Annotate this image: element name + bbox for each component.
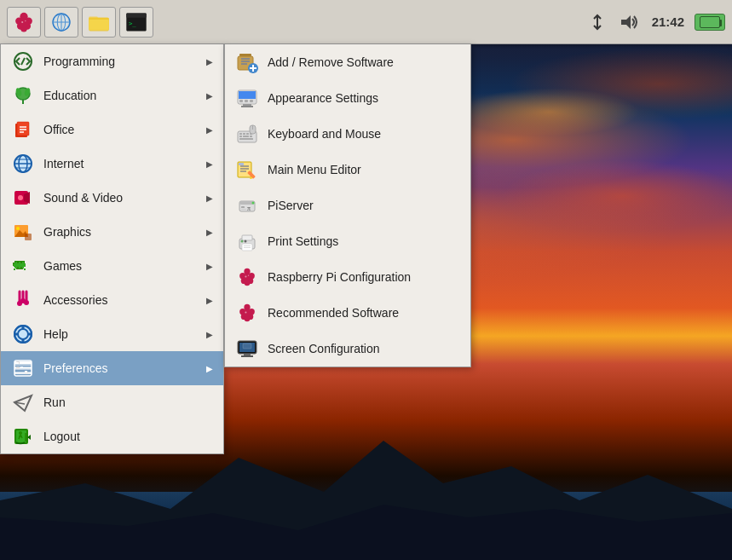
svg-point-156 bbox=[245, 275, 246, 277]
svg-rect-106 bbox=[241, 63, 247, 65]
svg-rect-100 bbox=[25, 433, 27, 442]
menu-item-accessories[interactable]: Accessories ▶ bbox=[1, 283, 223, 317]
recommended-icon bbox=[235, 301, 259, 325]
submenu-main-menu-editor[interactable]: Main Menu Editor bbox=[225, 152, 470, 188]
run-label: Run bbox=[43, 395, 213, 409]
svg-rect-140 bbox=[241, 209, 246, 210]
terminal-button[interactable]: >_ bbox=[119, 7, 153, 38]
svg-rect-116 bbox=[243, 104, 251, 106]
submenu-piserver[interactable]: π PiServer bbox=[225, 188, 470, 223]
raspberry-config-label: Raspberry Pi Configuration bbox=[268, 270, 411, 284]
svg-point-69 bbox=[24, 300, 29, 305]
office-arrow: ▶ bbox=[206, 125, 213, 135]
menu-item-education[interactable]: Education ▶ bbox=[1, 78, 223, 113]
sound-video-arrow: ▶ bbox=[206, 193, 213, 203]
browser-button[interactable] bbox=[44, 7, 78, 38]
add-remove-label: Add / Remove Software bbox=[268, 55, 394, 69]
office-label: Office bbox=[43, 123, 206, 136]
submenu-screen-config[interactable]: Screen Configuration bbox=[225, 331, 470, 367]
menu-item-preferences[interactable]: Preferences ▶ bbox=[1, 351, 223, 385]
svg-rect-125 bbox=[250, 136, 252, 137]
volume-icon[interactable] bbox=[616, 11, 642, 33]
raspberry-icon bbox=[13, 11, 35, 33]
help-icon bbox=[11, 322, 35, 346]
education-icon bbox=[11, 84, 35, 107]
svg-point-155 bbox=[243, 274, 251, 281]
svg-rect-171 bbox=[243, 344, 251, 349]
submenu-appearance[interactable]: Appearance Settings bbox=[225, 80, 470, 116]
games-arrow: ▶ bbox=[206, 262, 213, 271]
svg-point-15 bbox=[53, 14, 70, 31]
svg-point-148 bbox=[245, 240, 247, 243]
sound-video-label: Sound & Video bbox=[43, 191, 206, 205]
svg-rect-89 bbox=[16, 362, 19, 364]
svg-rect-169 bbox=[244, 354, 251, 355]
svg-rect-143 bbox=[242, 235, 252, 240]
svg-point-164 bbox=[243, 309, 251, 317]
svg-rect-48 bbox=[25, 234, 32, 240]
svg-rect-56 bbox=[19, 262, 20, 263]
menu-item-programming[interactable]: Programming ▶ bbox=[1, 44, 223, 78]
svg-point-165 bbox=[245, 311, 246, 313]
svg-rect-61 bbox=[22, 267, 24, 268]
sort-icon bbox=[585, 12, 609, 32]
svg-rect-124 bbox=[243, 136, 249, 137]
svg-rect-21 bbox=[126, 13, 146, 17]
taskbar: >_ 21:42 bbox=[0, 0, 732, 44]
globe-icon bbox=[50, 11, 72, 33]
menu-item-graphics[interactable]: Graphics ▶ bbox=[1, 215, 223, 249]
help-label: Help bbox=[43, 327, 206, 341]
svg-point-96 bbox=[19, 431, 22, 435]
taskbar-right: 21:42 bbox=[585, 11, 725, 33]
menu-item-internet[interactable]: Internet ▶ bbox=[1, 147, 223, 181]
games-label: Games bbox=[43, 259, 206, 273]
accessories-arrow: ▶ bbox=[206, 296, 213, 305]
menu-item-logout[interactable]: Logout bbox=[1, 419, 223, 453]
menu-item-games[interactable]: Games ▶ bbox=[1, 249, 223, 283]
accessories-label: Accessories bbox=[43, 293, 206, 307]
menu-item-office[interactable]: Office ▶ bbox=[1, 113, 223, 147]
svg-rect-113 bbox=[239, 100, 243, 102]
menu-item-help[interactable]: Help ▶ bbox=[1, 317, 223, 351]
svg-point-157 bbox=[248, 274, 250, 276]
submenu-raspberry-config[interactable]: Raspberry Pi Configuration bbox=[225, 259, 470, 295]
print-settings-icon bbox=[235, 229, 259, 253]
svg-rect-120 bbox=[243, 133, 245, 135]
sound-video-icon bbox=[11, 186, 35, 210]
education-label: Education bbox=[43, 89, 206, 102]
svg-rect-60 bbox=[19, 267, 20, 268]
svg-rect-90 bbox=[20, 367, 23, 368]
submenu-keyboard-mouse[interactable]: Keyboard and Mouse bbox=[225, 116, 470, 152]
svg-rect-59 bbox=[15, 267, 17, 268]
main-menu-editor-label: Main Menu Editor bbox=[268, 163, 361, 176]
svg-rect-146 bbox=[244, 247, 251, 248]
screen-config-label: Screen Configuration bbox=[268, 342, 380, 355]
submenu-print-settings[interactable]: Print Settings bbox=[225, 223, 470, 259]
submenu-recommended[interactable]: Recommended Software bbox=[225, 295, 470, 331]
svg-rect-103 bbox=[239, 54, 251, 56]
svg-point-47 bbox=[16, 227, 20, 230]
raspberry-config-icon bbox=[235, 265, 259, 289]
svg-rect-114 bbox=[245, 100, 248, 102]
internet-icon bbox=[11, 152, 35, 176]
run-icon bbox=[11, 390, 35, 414]
accessories-icon bbox=[11, 288, 35, 312]
programming-label: Programming bbox=[43, 55, 206, 68]
svg-rect-133 bbox=[239, 163, 244, 165]
submenu-add-remove[interactable]: Add / Remove Software bbox=[225, 44, 470, 80]
menu-item-sound-video[interactable]: Sound & Video ▶ bbox=[1, 181, 223, 215]
svg-rect-145 bbox=[244, 245, 251, 246]
graphics-label: Graphics bbox=[43, 225, 206, 239]
svg-rect-121 bbox=[246, 133, 249, 135]
help-arrow: ▶ bbox=[206, 330, 213, 339]
svg-rect-105 bbox=[241, 61, 250, 62]
svg-rect-126 bbox=[239, 138, 253, 140]
programming-arrow: ▶ bbox=[206, 57, 213, 66]
svg-rect-119 bbox=[239, 133, 242, 135]
files-button[interactable] bbox=[82, 7, 116, 38]
internet-arrow: ▶ bbox=[206, 159, 213, 169]
preferences-label: Preferences bbox=[43, 361, 206, 375]
svg-rect-104 bbox=[241, 58, 250, 60]
raspberry-menu-button[interactable] bbox=[7, 7, 41, 38]
menu-item-run[interactable]: Run bbox=[1, 385, 223, 419]
